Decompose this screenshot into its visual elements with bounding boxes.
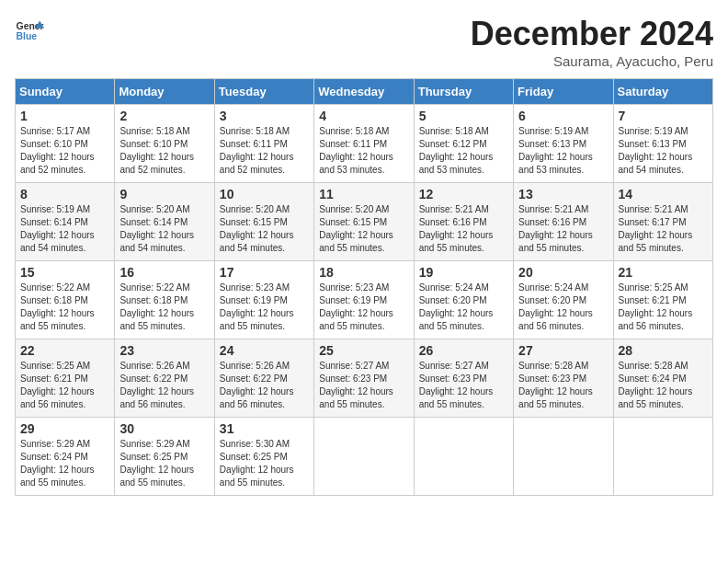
table-row: 8 Sunrise: 5:19 AM Sunset: 6:14 PM Dayli… xyxy=(16,183,115,261)
table-row: 3 Sunrise: 5:18 AM Sunset: 6:11 PM Dayli… xyxy=(214,105,313,183)
day-info: Sunrise: 5:21 AM Sunset: 6:16 PM Dayligh… xyxy=(518,204,593,253)
day-number: 11 xyxy=(319,187,408,201)
table-row: 19 Sunrise: 5:24 AM Sunset: 6:20 PM Dayl… xyxy=(414,261,513,339)
svg-text:Blue: Blue xyxy=(17,31,38,41)
table-row: 20 Sunrise: 5:24 AM Sunset: 6:20 PM Dayl… xyxy=(514,261,613,339)
day-info: Sunrise: 5:29 AM Sunset: 6:24 PM Dayligh… xyxy=(20,439,95,488)
day-number: 3 xyxy=(220,109,309,123)
day-number: 29 xyxy=(20,421,109,436)
day-info: Sunrise: 5:19 AM Sunset: 6:13 PM Dayligh… xyxy=(619,126,693,175)
day-info: Sunrise: 5:24 AM Sunset: 6:20 PM Dayligh… xyxy=(419,282,494,331)
col-sunday: Sunday xyxy=(16,79,115,105)
calendar-row: 1 Sunrise: 5:17 AM Sunset: 6:10 PM Dayli… xyxy=(16,105,713,183)
day-number: 2 xyxy=(119,109,209,123)
col-wednesday: Wednesday xyxy=(314,79,414,105)
table-row: 10 Sunrise: 5:20 AM Sunset: 6:15 PM Dayl… xyxy=(214,183,313,261)
table-row: 26 Sunrise: 5:27 AM Sunset: 6:23 PM Dayl… xyxy=(414,339,513,418)
day-info: Sunrise: 5:23 AM Sunset: 6:19 PM Dayligh… xyxy=(319,282,393,331)
day-number: 14 xyxy=(619,187,708,201)
day-info: Sunrise: 5:20 AM Sunset: 6:14 PM Dayligh… xyxy=(119,204,194,253)
day-info: Sunrise: 5:23 AM Sunset: 6:19 PM Dayligh… xyxy=(220,282,294,331)
col-saturday: Saturday xyxy=(613,79,712,105)
table-row: 5 Sunrise: 5:18 AM Sunset: 6:12 PM Dayli… xyxy=(414,105,513,183)
table-row: 16 Sunrise: 5:22 AM Sunset: 6:18 PM Dayl… xyxy=(115,261,214,339)
day-number: 8 xyxy=(20,187,109,201)
day-info: Sunrise: 5:29 AM Sunset: 6:25 PM Dayligh… xyxy=(119,439,194,488)
header-row: Sunday Monday Tuesday Wednesday Thursday… xyxy=(16,79,713,105)
calendar-row: 22 Sunrise: 5:25 AM Sunset: 6:21 PM Dayl… xyxy=(16,339,713,418)
table-row: 23 Sunrise: 5:26 AM Sunset: 6:22 PM Dayl… xyxy=(115,339,214,418)
day-number: 25 xyxy=(319,343,408,358)
day-number: 12 xyxy=(419,187,508,201)
day-info: Sunrise: 5:21 AM Sunset: 6:16 PM Dayligh… xyxy=(419,204,494,253)
table-row: 24 Sunrise: 5:26 AM Sunset: 6:22 PM Dayl… xyxy=(214,339,313,418)
day-info: Sunrise: 5:30 AM Sunset: 6:25 PM Dayligh… xyxy=(220,439,294,488)
calendar-row: 8 Sunrise: 5:19 AM Sunset: 6:14 PM Dayli… xyxy=(16,183,713,261)
table-row: 31 Sunrise: 5:30 AM Sunset: 6:25 PM Dayl… xyxy=(214,418,313,496)
day-info: Sunrise: 5:21 AM Sunset: 6:17 PM Dayligh… xyxy=(619,204,693,253)
table-row: 22 Sunrise: 5:25 AM Sunset: 6:21 PM Dayl… xyxy=(16,339,115,418)
day-number: 16 xyxy=(119,265,209,280)
day-info: Sunrise: 5:27 AM Sunset: 6:23 PM Dayligh… xyxy=(419,361,494,409)
calendar-row: 15 Sunrise: 5:22 AM Sunset: 6:18 PM Dayl… xyxy=(16,261,713,339)
title-area: December 2024 Saurama, Ayacucho, Peru xyxy=(471,15,713,69)
day-info: Sunrise: 5:25 AM Sunset: 6:21 PM Dayligh… xyxy=(20,361,95,409)
day-info: Sunrise: 5:26 AM Sunset: 6:22 PM Dayligh… xyxy=(220,361,294,409)
table-row: 13 Sunrise: 5:21 AM Sunset: 6:16 PM Dayl… xyxy=(514,183,613,261)
day-info: Sunrise: 5:27 AM Sunset: 6:23 PM Dayligh… xyxy=(319,361,393,409)
header: General Blue December 2024 Saurama, Ayac… xyxy=(15,15,713,69)
table-row: 2 Sunrise: 5:18 AM Sunset: 6:10 PM Dayli… xyxy=(115,105,214,183)
table-row: 18 Sunrise: 5:23 AM Sunset: 6:19 PM Dayl… xyxy=(314,261,414,339)
day-number: 26 xyxy=(419,343,508,358)
day-number: 13 xyxy=(518,187,608,201)
table-row: 15 Sunrise: 5:22 AM Sunset: 6:18 PM Dayl… xyxy=(16,261,115,339)
table-row: 29 Sunrise: 5:29 AM Sunset: 6:24 PM Dayl… xyxy=(16,418,115,496)
table-row: 27 Sunrise: 5:28 AM Sunset: 6:23 PM Dayl… xyxy=(514,339,613,418)
day-number: 27 xyxy=(518,343,608,358)
day-number: 19 xyxy=(419,265,508,280)
table-row: 25 Sunrise: 5:27 AM Sunset: 6:23 PM Dayl… xyxy=(314,339,414,418)
table-row: 30 Sunrise: 5:29 AM Sunset: 6:25 PM Dayl… xyxy=(115,418,214,496)
day-number: 15 xyxy=(20,265,109,280)
table-row: 28 Sunrise: 5:28 AM Sunset: 6:24 PM Dayl… xyxy=(613,339,712,418)
calendar-table: Sunday Monday Tuesday Wednesday Thursday… xyxy=(15,78,713,496)
day-info: Sunrise: 5:18 AM Sunset: 6:11 PM Dayligh… xyxy=(220,126,294,175)
location-title: Saurama, Ayacucho, Peru xyxy=(471,53,713,69)
day-number: 7 xyxy=(619,109,708,123)
day-info: Sunrise: 5:28 AM Sunset: 6:24 PM Dayligh… xyxy=(619,361,693,409)
table-row: 17 Sunrise: 5:23 AM Sunset: 6:19 PM Dayl… xyxy=(214,261,313,339)
table-row xyxy=(414,418,513,496)
day-info: Sunrise: 5:22 AM Sunset: 6:18 PM Dayligh… xyxy=(119,282,194,331)
day-number: 6 xyxy=(518,109,608,123)
logo-icon: General Blue xyxy=(15,15,44,44)
table-row: 21 Sunrise: 5:25 AM Sunset: 6:21 PM Dayl… xyxy=(613,261,712,339)
table-row: 11 Sunrise: 5:20 AM Sunset: 6:15 PM Dayl… xyxy=(314,183,414,261)
col-monday: Monday xyxy=(115,79,214,105)
day-info: Sunrise: 5:28 AM Sunset: 6:23 PM Dayligh… xyxy=(518,361,593,409)
day-info: Sunrise: 5:22 AM Sunset: 6:18 PM Dayligh… xyxy=(20,282,95,331)
day-info: Sunrise: 5:26 AM Sunset: 6:22 PM Dayligh… xyxy=(119,361,194,409)
table-row: 1 Sunrise: 5:17 AM Sunset: 6:10 PM Dayli… xyxy=(16,105,115,183)
table-row xyxy=(514,418,613,496)
day-info: Sunrise: 5:25 AM Sunset: 6:21 PM Dayligh… xyxy=(619,282,693,331)
day-number: 17 xyxy=(220,265,309,280)
day-number: 10 xyxy=(220,187,309,201)
day-number: 28 xyxy=(619,343,708,358)
day-info: Sunrise: 5:18 AM Sunset: 6:10 PM Dayligh… xyxy=(119,126,194,175)
day-number: 18 xyxy=(319,265,408,280)
table-row: 7 Sunrise: 5:19 AM Sunset: 6:13 PM Dayli… xyxy=(613,105,712,183)
day-number: 20 xyxy=(518,265,608,280)
day-info: Sunrise: 5:20 AM Sunset: 6:15 PM Dayligh… xyxy=(220,204,294,253)
day-number: 24 xyxy=(220,343,309,358)
day-info: Sunrise: 5:17 AM Sunset: 6:10 PM Dayligh… xyxy=(20,126,95,175)
day-number: 1 xyxy=(20,109,109,123)
day-info: Sunrise: 5:18 AM Sunset: 6:12 PM Dayligh… xyxy=(419,126,494,175)
table-row: 4 Sunrise: 5:18 AM Sunset: 6:11 PM Dayli… xyxy=(314,105,414,183)
day-info: Sunrise: 5:19 AM Sunset: 6:14 PM Dayligh… xyxy=(20,204,95,253)
col-thursday: Thursday xyxy=(414,79,513,105)
day-number: 31 xyxy=(220,421,309,436)
table-row: 9 Sunrise: 5:20 AM Sunset: 6:14 PM Dayli… xyxy=(115,183,214,261)
logo: General Blue xyxy=(15,15,44,44)
day-number: 21 xyxy=(619,265,708,280)
day-number: 9 xyxy=(119,187,209,201)
